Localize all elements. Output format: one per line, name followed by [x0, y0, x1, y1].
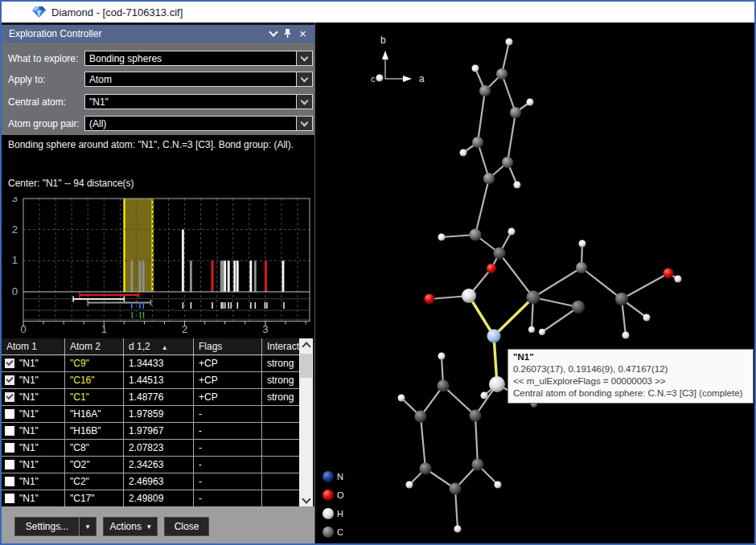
- atom-sphere[interactable]: [675, 276, 682, 283]
- atom-sphere[interactable]: [508, 228, 516, 236]
- atom-sphere[interactable]: [502, 157, 513, 168]
- bond: [455, 489, 458, 529]
- settings-button[interactable]: Settings...: [14, 517, 80, 536]
- atom-sphere[interactable]: [472, 137, 483, 148]
- row-checkbox[interactable]: [5, 477, 14, 486]
- atom-sphere[interactable]: [643, 314, 651, 322]
- table-row[interactable]: "N1""C8"2.07823-: [2, 440, 299, 457]
- dropdown-central-atom[interactable]: "N1": [84, 94, 313, 109]
- table-row[interactable]: "N1""H16A"1.97859-: [2, 406, 299, 423]
- table-row[interactable]: "N1""C1"1.48776+CPstrong: [2, 389, 299, 406]
- table-row[interactable]: "N1""H16B"1.97967-: [2, 423, 299, 440]
- table-row[interactable]: "N1""O2"2.34263-: [2, 457, 299, 473]
- table-row[interactable]: "N1""C2"2.46963-: [2, 473, 299, 490]
- panel-menu-chevron-down-icon[interactable]: [267, 27, 279, 39]
- scrollbar-thumb[interactable]: [300, 354, 312, 378]
- bond: [478, 91, 485, 142]
- chevron-down-icon[interactable]: [296, 51, 312, 65]
- row-checkbox[interactable]: [5, 494, 14, 503]
- highlight-band[interactable]: [124, 199, 152, 292]
- atom-sphere[interactable]: [481, 392, 488, 400]
- atom-sphere[interactable]: [615, 293, 628, 305]
- window-titlebar[interactable]: Diamond - [cod-7106313.cif]: [2, 2, 754, 23]
- atom-sphere[interactable]: [576, 262, 587, 273]
- row-checkbox[interactable]: [5, 409, 14, 419]
- chevron-down-icon[interactable]: [296, 95, 312, 109]
- atom-sphere[interactable]: [406, 481, 413, 489]
- row-checkbox[interactable]: [5, 460, 14, 469]
- scroll-up-icon[interactable]: [299, 338, 313, 351]
- atom-sphere[interactable]: [470, 229, 482, 241]
- atom-sphere[interactable]: [479, 85, 491, 96]
- atom-sphere[interactable]: [472, 65, 479, 72]
- atom2-cell: "C17": [70, 493, 95, 504]
- atom-sphere[interactable]: [454, 526, 462, 533]
- panel-close-icon[interactable]: ×: [297, 27, 309, 39]
- row-checkbox[interactable]: [5, 426, 14, 436]
- table-scrollbar[interactable]: [299, 338, 313, 506]
- column-header[interactable]: Atom 1: [2, 338, 65, 355]
- legend-N-sphere: [323, 471, 334, 482]
- atom-sphere[interactable]: [438, 353, 446, 360]
- structure-viewport[interactable]: b a c NOHC "N1" 0.26073(17), 0.19146(9),…: [314, 23, 754, 543]
- atom-sphere[interactable]: [528, 326, 535, 333]
- atom-sphere[interactable]: [496, 68, 507, 80]
- atom-sphere[interactable]: [510, 107, 521, 118]
- atom-sphere[interactable]: [438, 234, 446, 241]
- atom-sphere[interactable]: [539, 329, 545, 335]
- dropdown-apply-to[interactable]: Atom: [84, 72, 313, 87]
- distance-cell: 1.44513: [129, 375, 163, 386]
- atom-sphere[interactable]: [579, 240, 586, 248]
- settings-dropdown-button[interactable]: ▾: [79, 517, 97, 536]
- atom-sphere[interactable]: [622, 332, 630, 339]
- atom-sphere[interactable]: [450, 483, 462, 495]
- distance-histogram[interactable]: 01230123: [5, 197, 313, 337]
- dropdown-what-to-explore[interactable]: Bonding spheres: [84, 51, 313, 66]
- atom-sphere[interactable]: [438, 380, 450, 392]
- atom-sphere[interactable]: [462, 289, 476, 303]
- chevron-down-icon[interactable]: [296, 72, 312, 86]
- column-header[interactable]: Interaction: [262, 338, 300, 355]
- actions-button[interactable]: Actions ▾: [103, 517, 158, 536]
- table-row[interactable]: "N1""C9"1.34433+CPstrong: [2, 355, 299, 372]
- atom-sphere[interactable]: [664, 268, 674, 279]
- column-header[interactable]: Atom 2: [65, 338, 124, 355]
- atom-sphere[interactable]: [425, 294, 435, 305]
- table-header[interactable]: Atom 1Atom 2d 1,2▲FlagsInteraction: [2, 338, 299, 355]
- pin-icon[interactable]: [281, 27, 294, 39]
- row-checkbox[interactable]: [5, 443, 14, 453]
- row-checkbox[interactable]: [5, 392, 14, 402]
- atom-sphere[interactable]: [514, 182, 521, 189]
- atom-sphere[interactable]: [487, 330, 501, 343]
- chevron-down-icon[interactable]: [296, 117, 312, 130]
- table-row[interactable]: "N1""C17"2.49809-: [2, 490, 299, 507]
- panel-titlebar[interactable]: Exploration Controller ×: [2, 25, 314, 43]
- row-checkbox[interactable]: [5, 375, 14, 385]
- atom-sphere[interactable]: [527, 99, 534, 106]
- row-checkbox[interactable]: [5, 359, 14, 368]
- atom-sphere[interactable]: [527, 291, 540, 305]
- atom-sphere[interactable]: [398, 395, 405, 402]
- atom-sphere[interactable]: [572, 301, 585, 313]
- band-left-edge[interactable]: [123, 199, 125, 292]
- column-header[interactable]: Flags: [194, 338, 262, 355]
- atom-sphere[interactable]: [415, 411, 427, 423]
- atom-sphere[interactable]: [472, 459, 484, 471]
- atom-sphere[interactable]: [495, 481, 502, 489]
- atom-sphere[interactable]: [470, 410, 482, 422]
- atom-sphere[interactable]: [420, 463, 432, 475]
- window-border-left: [0, 0, 2, 545]
- table-row[interactable]: "N1""C16"1.44513+CPstrong: [2, 372, 299, 389]
- atom-sphere[interactable]: [460, 150, 467, 157]
- scroll-down-icon[interactable]: [299, 494, 313, 506]
- dropdown-atom-group-pair[interactable]: (All): [84, 116, 313, 131]
- column-header[interactable]: d 1,2▲: [124, 338, 194, 355]
- atom-sphere[interactable]: [487, 264, 496, 273]
- atom-sphere[interactable]: [506, 39, 513, 46]
- close-button[interactable]: Close: [164, 517, 209, 536]
- molecule-canvas[interactable]: b a c NOHC: [316, 24, 755, 543]
- atom-sphere[interactable]: [494, 248, 506, 260]
- atom-sphere[interactable]: [483, 173, 495, 184]
- atom-sphere[interactable]: [489, 376, 505, 392]
- bond: [502, 74, 516, 113]
